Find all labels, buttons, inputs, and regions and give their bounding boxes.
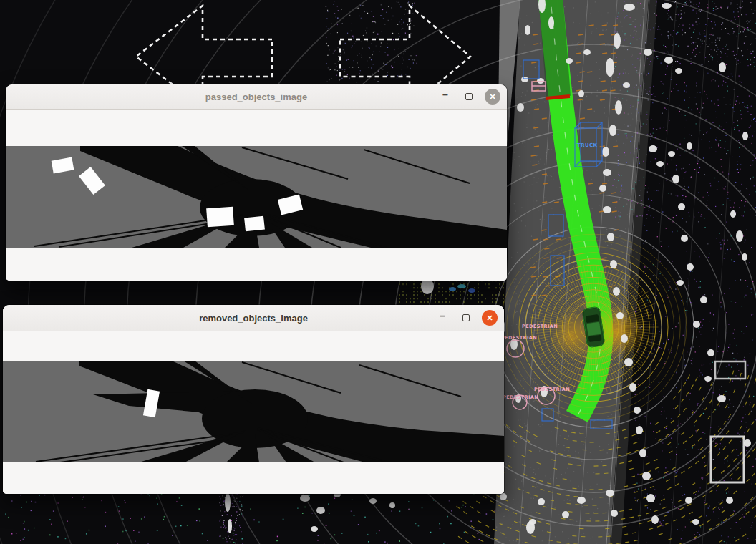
minimize-icon: – [442, 91, 448, 98]
window-title: removed_objects_image [199, 313, 308, 324]
image-margin-top [3, 331, 504, 361]
close-button[interactable]: ✕ [482, 310, 498, 326]
minimize-icon: – [440, 312, 445, 319]
titlebar[interactable]: passed_objects_image – ✕ [6, 84, 507, 110]
maximize-icon [465, 93, 472, 100]
window-removed-objects-image[interactable]: removed_objects_image – ✕ [3, 305, 504, 494]
close-button[interactable]: ✕ [485, 89, 500, 105]
maximize-icon [462, 314, 470, 321]
detected-object [278, 195, 303, 215]
image-margin-bottom [3, 462, 504, 494]
window-controls: – ✕ [435, 305, 498, 331]
maximize-button[interactable] [458, 310, 474, 326]
detected-object [79, 167, 105, 195]
detected-object [52, 157, 74, 174]
minimize-button[interactable]: – [435, 308, 450, 328]
occupancy-grid-image [6, 146, 507, 248]
minimize-button[interactable]: – [437, 87, 453, 107]
occupancy-grid-image [3, 361, 504, 462]
close-icon: ✕ [489, 92, 495, 102]
window-passed-objects-image[interactable]: passed_objects_image – ✕ [6, 84, 507, 281]
detected-object [206, 207, 234, 228]
titlebar[interactable]: removed_objects_image – ✕ [3, 305, 504, 331]
window-title: passed_objects_image [205, 92, 307, 102]
detected-object [143, 389, 160, 417]
image-margin-bottom [6, 248, 507, 281]
image-margin-top [6, 110, 507, 146]
maximize-button[interactable] [461, 89, 477, 105]
close-icon: ✕ [486, 314, 493, 323]
detected-object [244, 216, 265, 232]
window-controls: – ✕ [437, 84, 500, 109]
